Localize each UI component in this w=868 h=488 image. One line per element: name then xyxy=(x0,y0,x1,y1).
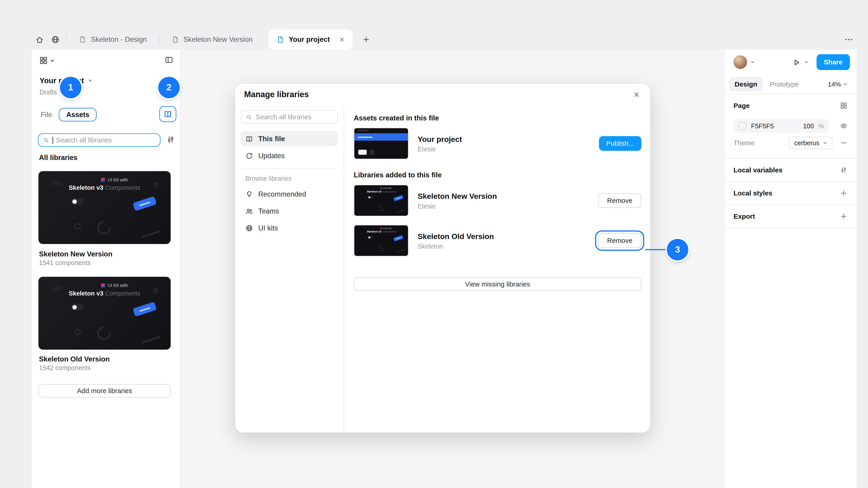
all-libraries-heading: All libraries xyxy=(39,154,78,162)
avatar[interactable] xyxy=(734,55,747,69)
filter-button[interactable] xyxy=(166,135,175,144)
thumb-slider-shape xyxy=(142,230,160,238)
modal-search-input[interactable] xyxy=(256,113,333,121)
close-modal-button[interactable] xyxy=(629,87,644,102)
home-button[interactable] xyxy=(32,32,48,47)
chevron-down-icon xyxy=(804,60,809,64)
project-subtitle: Drafts xyxy=(39,89,57,96)
main-menu-button[interactable] xyxy=(39,56,55,65)
library-card-skeleton-old-version[interactable]: UI Kit with Skeleton v3 Components xyxy=(38,277,170,350)
thumb-toggle-shape xyxy=(71,304,84,311)
modal-search-box[interactable] xyxy=(241,110,338,124)
library-component-count: 1542 components xyxy=(39,364,91,371)
tab-skeleton-new-version[interactable]: Skeleton New Version xyxy=(162,29,262,50)
library-search-box[interactable] xyxy=(38,133,161,147)
thumbnail-badge-text: UI Kit with xyxy=(107,283,128,288)
theme-label: Theme xyxy=(734,139,754,147)
theme-row: Theme cerberus xyxy=(724,134,857,151)
add-style-button[interactable] xyxy=(840,189,848,197)
view-missing-libraries-button[interactable]: View missing libraries xyxy=(354,278,642,291)
nav-teams[interactable]: Teams xyxy=(241,203,338,219)
remove-button[interactable]: Remove xyxy=(598,193,642,208)
toggle-sidebar-button[interactable] xyxy=(164,55,174,64)
nav-updates[interactable]: Updates xyxy=(241,148,338,163)
share-button[interactable]: Share xyxy=(816,54,850,70)
browse-libraries-heading: Browse libraries xyxy=(241,174,338,186)
close-tab-button[interactable] xyxy=(337,35,347,45)
library-search-input[interactable] xyxy=(56,136,156,144)
add-export-button[interactable] xyxy=(840,213,848,220)
tab-your-project[interactable]: Your project xyxy=(268,29,352,50)
thumb-shape xyxy=(153,288,158,293)
skeleton-logo-icon xyxy=(101,284,105,288)
open-variables-button[interactable] xyxy=(840,166,848,174)
zoom-level: 14% xyxy=(828,81,841,88)
nav-ui-kits[interactable]: UI kits xyxy=(241,220,338,236)
nav-this-file[interactable]: This file xyxy=(241,131,338,147)
page-section-header: Page xyxy=(724,94,857,117)
tab-file[interactable]: File xyxy=(34,111,59,119)
left-sidebar: Your project Drafts File Assets All libr… xyxy=(32,50,181,488)
add-more-libraries-button[interactable]: Add more libraries xyxy=(38,384,170,398)
design-prototype-tabs: Design Prototype 14% xyxy=(724,74,857,94)
tab-assets[interactable]: Assets xyxy=(59,108,97,122)
ui-kits-icon xyxy=(245,224,253,232)
thumb-shape xyxy=(52,182,62,186)
theme-dropdown[interactable]: cerberus xyxy=(789,137,833,149)
modal-content: Assets created in this file Your project… xyxy=(344,105,651,433)
skeleton-logo-icon xyxy=(380,188,382,189)
updates-icon xyxy=(245,152,253,160)
remove-button-highlighted[interactable]: Remove xyxy=(598,233,642,248)
tab-design[interactable]: Design xyxy=(729,77,763,92)
tab-skeleton-design[interactable]: Skeleton - Design xyxy=(70,29,156,50)
local-styles-section: Local styles xyxy=(724,182,857,204)
skeleton-logo-icon xyxy=(380,228,382,229)
tab-separator xyxy=(66,35,67,44)
nav-label: Updates xyxy=(258,152,285,160)
community-button[interactable] xyxy=(48,32,63,47)
thumb-toggle-shape xyxy=(71,198,84,205)
present-menu-button[interactable] xyxy=(803,60,810,64)
avatar-menu-button[interactable] xyxy=(749,60,756,64)
chevron-down-icon xyxy=(823,141,827,145)
tab-bar: Skeleton - Design Skeleton New Version Y… xyxy=(32,29,857,50)
new-tab-button[interactable] xyxy=(358,32,374,47)
more-menu-button[interactable] xyxy=(841,32,857,47)
publish-button[interactable]: Publish... xyxy=(599,136,641,151)
library-name: Skeleton New Version xyxy=(418,192,589,200)
recommended-icon xyxy=(245,190,253,198)
library-name: Skeleton Old Version xyxy=(418,232,589,240)
file-tab-icon xyxy=(79,36,87,43)
nav-recommended[interactable]: Recommended xyxy=(241,186,338,202)
zoom-control[interactable]: 14% xyxy=(828,81,848,88)
tab-label: Skeleton New Version xyxy=(184,36,253,43)
close-icon xyxy=(633,91,640,98)
library-card-skeleton-new-version[interactable]: UI Kit with Skeleton v3 Components xyxy=(38,171,170,244)
chevron-down-icon xyxy=(87,78,92,83)
file-assets-tabs: File Assets xyxy=(34,107,97,123)
thumb-shape xyxy=(358,130,369,131)
thumb-toggle-shape xyxy=(368,236,373,239)
tab-prototype[interactable]: Prototype xyxy=(764,77,804,92)
remove-theme-button[interactable] xyxy=(840,139,848,147)
opacity-value[interactable]: 100 xyxy=(803,122,814,129)
color-swatch[interactable] xyxy=(739,122,747,130)
page-styles-button[interactable] xyxy=(840,102,848,109)
thumb-toggle-shape xyxy=(368,196,373,199)
library-thumbnail: UI Kit with Skeleton v3 Components xyxy=(354,225,409,256)
local-styles-heading: Local styles xyxy=(734,189,772,197)
thumb-spinner-shape xyxy=(377,244,385,252)
visibility-toggle[interactable] xyxy=(840,122,848,130)
libraries-button[interactable] xyxy=(159,106,176,122)
present-button[interactable] xyxy=(792,58,801,66)
color-hex-value[interactable]: F5F5F5 xyxy=(751,122,774,129)
thumb-button-shape xyxy=(133,302,157,317)
book-icon xyxy=(245,135,253,142)
page-color-field[interactable]: F5F5F5 100 % xyxy=(734,119,829,132)
tab-label: Your project xyxy=(289,36,330,43)
app-window: Skeleton - Design Skeleton New Version Y… xyxy=(0,0,868,488)
thumbnail-badge-text: UI Kit with xyxy=(107,177,128,183)
thumb-button-shape xyxy=(133,196,157,211)
thumb-slider-shape xyxy=(397,250,405,253)
thumb-button-shape xyxy=(393,195,403,201)
